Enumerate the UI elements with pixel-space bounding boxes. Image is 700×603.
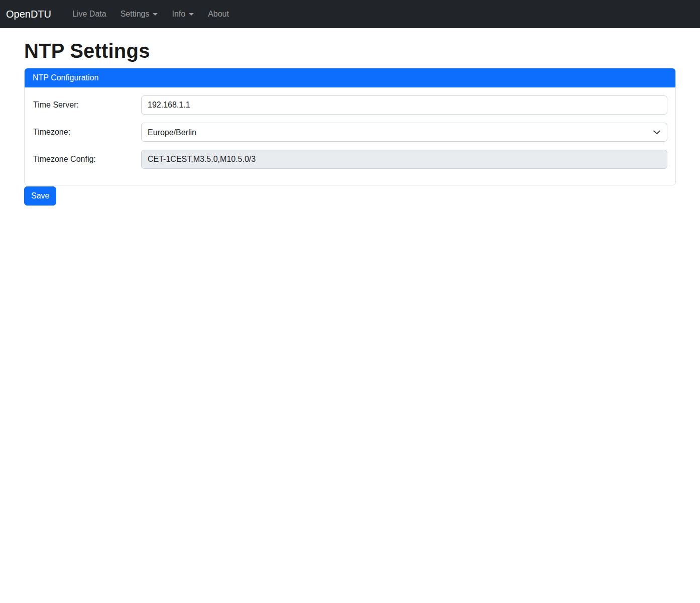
nav-item-label: About [208, 10, 229, 19]
nav-item-label: Settings [121, 10, 150, 19]
nav-item-label: Live Data [72, 10, 106, 19]
nav-links: Live Data Settings Info About [65, 6, 236, 23]
time-server-field-col [141, 95, 667, 115]
main-content: NTP Settings NTP Configuration Time Serv… [18, 28, 682, 206]
nav-item-settings[interactable]: Settings [121, 6, 158, 23]
nav-item-info[interactable]: Info [172, 6, 194, 23]
save-button[interactable]: Save [24, 186, 56, 206]
ntp-configuration-card: NTP Configuration Time Server: Timezone:… [24, 68, 676, 185]
timezone-config-field-col [141, 150, 667, 169]
brand-logo[interactable]: OpenDTU [6, 9, 51, 20]
nav-item-about[interactable]: About [208, 6, 229, 23]
timezone-label: Timezone: [33, 128, 141, 137]
time-server-input[interactable] [141, 95, 667, 115]
time-server-label: Time Server: [33, 100, 141, 110]
page-title: NTP Settings [24, 39, 676, 63]
card-header: NTP Configuration [25, 68, 675, 87]
nav-item-label: Info [172, 10, 185, 19]
card-body: Time Server: Timezone: Europe/Berlin T [25, 87, 675, 185]
form-row-time-server: Time Server: [33, 95, 667, 115]
chevron-down-icon [153, 13, 158, 16]
form-row-timezone-config: Timezone Config: [33, 150, 667, 169]
timezone-config-label: Timezone Config: [33, 155, 141, 164]
timezone-field-col: Europe/Berlin [141, 123, 667, 142]
nav-item-live-data[interactable]: Live Data [72, 6, 106, 23]
navbar: OpenDTU Live Data Settings Info About [0, 0, 700, 28]
chevron-down-icon [189, 13, 194, 16]
timezone-config-input [141, 150, 667, 169]
timezone-select[interactable]: Europe/Berlin [141, 123, 667, 142]
form-row-timezone: Timezone: Europe/Berlin [33, 123, 667, 142]
